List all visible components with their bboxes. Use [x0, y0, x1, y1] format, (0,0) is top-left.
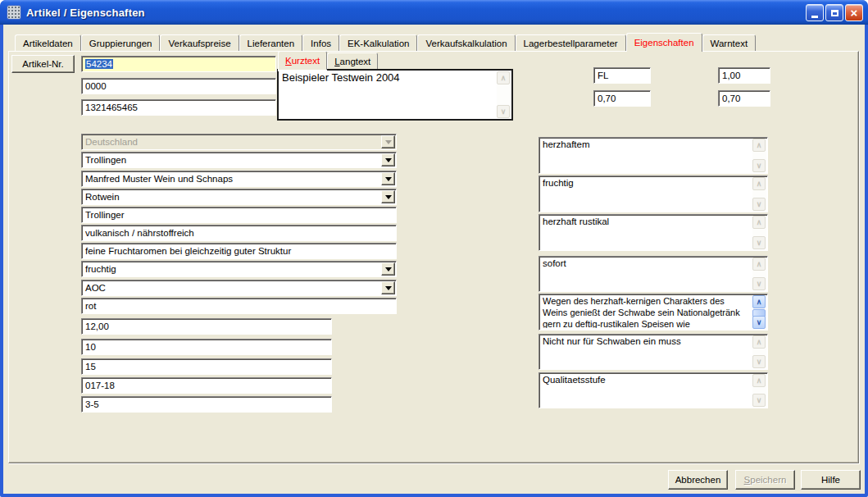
charakter-textarea[interactable]: Wegen des herzhaft-kernigen Charakters d…	[539, 294, 768, 331]
scroll-down-icon[interactable]: ∨	[752, 355, 766, 368]
artikel-nr-value: 54234	[85, 59, 113, 69]
stueck-je-me-input[interactable]: 1,00	[718, 67, 770, 84]
herkunftsland-select[interactable]: Deutschland	[81, 134, 397, 150]
fremdsystem-input[interactable]: 0000	[81, 78, 276, 94]
speichern-rest: peichern	[750, 475, 786, 485]
abbrechen-button[interactable]: Abbrechen	[668, 470, 728, 490]
scroll-down-icon[interactable]: ∨	[752, 277, 766, 290]
scroll-up-icon[interactable]: ∧	[752, 295, 766, 308]
trinkreife-value: sofort	[543, 258, 751, 290]
liter-je-stueck-input[interactable]: 0,70	[718, 90, 770, 107]
duft-textarea[interactable]: fruchtig ∧∨	[539, 176, 768, 212]
langtext-rest: angtext	[340, 57, 371, 66]
me-input[interactable]: FL	[593, 67, 651, 84]
scroll-down-icon[interactable]: ∨	[497, 105, 510, 118]
qualitaetsstufe-value: AOC	[82, 280, 380, 295]
tab-lieferanten[interactable]: Lieferanten	[239, 34, 303, 51]
tab-eigenschaften[interactable]: Eigenschaften	[626, 33, 702, 52]
tab-gruppierungen[interactable]: Gruppierungen	[81, 34, 161, 51]
restzucker-input[interactable]: 15	[81, 358, 332, 375]
gewicht-input[interactable]: 0,70	[593, 90, 651, 107]
minimize-icon	[811, 16, 818, 18]
artikel-nr-button[interactable]: Artikel-Nr.	[11, 55, 75, 73]
tab-verkaufskalkulation[interactable]: Verkaufskalkulation	[417, 34, 515, 51]
dialog-window: Artikel / Eigenschaften × Artikeldaten G…	[0, 0, 868, 497]
barcode-input[interactable]: 1321465465	[81, 99, 276, 116]
charakter-scrollbar[interactable]: ∧ ∨	[752, 295, 766, 329]
hauptrebsorte-input[interactable]: Trollinger	[81, 207, 397, 223]
maximize-icon	[831, 10, 838, 16]
scroll-up-icon[interactable]: ∧	[752, 335, 766, 349]
trinktemperatur-input[interactable]: 017-18	[81, 377, 332, 394]
tab-artikeldaten[interactable]: Artikeldaten	[15, 34, 81, 51]
scrollbar[interactable]: ∧∨	[752, 258, 766, 290]
artikel-nr-input[interactable]: 54234	[81, 56, 276, 72]
farben-nuance-input[interactable]: rot	[81, 298, 397, 314]
geschmacksbeschreibung-textarea[interactable]: herzhaft rustikal ∧∨	[539, 214, 768, 251]
kurztext-value: Beispieler Testwein 2004	[282, 72, 495, 117]
vinifizierung-input[interactable]: feine Fruchtaromen bei gleichzeitig gute…	[81, 243, 397, 259]
tab-warntext[interactable]: Warntext	[702, 34, 757, 51]
empfehlung-zu-textarea[interactable]: herzhaftem ∧∨	[539, 137, 768, 174]
anbaugebiet-value: Trollingen	[82, 153, 380, 167]
scroll-up-icon[interactable]: ∧	[752, 177, 766, 190]
weinart-value: Rotwein	[82, 189, 380, 204]
scrollbar[interactable]: ∧∨	[752, 139, 766, 172]
scroll-up-icon[interactable]: ∧	[497, 71, 510, 84]
trinkreife-textarea[interactable]: sofort ∧∨	[539, 256, 768, 292]
fazit-value: Nicht nur für Schwaben ein muss	[543, 336, 751, 367]
kurztext-scrollbar[interactable]: ∧ ∨	[497, 71, 511, 118]
saeure-input[interactable]: 10	[81, 339, 332, 355]
tab-infos[interactable]: Infos	[302, 34, 339, 51]
chevron-down-icon[interactable]	[381, 153, 395, 166]
text-tabstrip: Kurztext Langtext	[278, 51, 378, 70]
qualitaetsstufe-select[interactable]: AOC	[81, 280, 397, 296]
tab-verkaufspreise[interactable]: Verkaufspreise	[160, 34, 239, 51]
tab-langtext[interactable]: Langtext	[327, 52, 378, 69]
window-title: Artikel / Eigenschaften	[26, 7, 145, 19]
zertifikate-textarea[interactable]: Qualitaetsstufe ∧∨	[539, 372, 768, 408]
empfehlung-zu-value: herzhaftem	[543, 139, 751, 171]
scroll-up-icon[interactable]: ∧	[752, 374, 766, 387]
kurztext-textarea[interactable]: Beispieler Testwein 2004 ∧ ∨	[277, 69, 513, 121]
chevron-down-icon[interactable]	[381, 172, 395, 185]
chevron-down-icon[interactable]	[381, 262, 395, 276]
weingut-select[interactable]: Manfred Muster Wein und Schnaps	[81, 171, 397, 187]
zertifikate-value: Qualitaetsstufe	[543, 375, 751, 406]
speichern-button[interactable]: Speichern	[735, 470, 795, 490]
scroll-up-icon[interactable]: ∧	[752, 258, 766, 271]
tab-kurztext[interactable]: Kurztext	[278, 51, 327, 70]
anbaugebiet-select[interactable]: Trollingen	[81, 152, 397, 168]
chevron-down-icon[interactable]	[381, 190, 395, 203]
scrollbar[interactable]: ∧∨	[752, 177, 766, 211]
tab-lagerbestellparameter[interactable]: Lagerbestellparameter	[516, 34, 626, 51]
kurztext-rest: urztext	[292, 56, 320, 66]
tab-ek-kalkulation[interactable]: EK-Kalkulation	[339, 34, 417, 51]
close-icon: ×	[851, 7, 858, 19]
weinart-select[interactable]: Rotwein	[81, 189, 397, 205]
lagerfaehigkeit-input[interactable]: 3-5	[81, 396, 332, 413]
titlebar[interactable]: Artikel / Eigenschaften ×	[0, 0, 868, 25]
minimize-button[interactable]	[806, 4, 824, 21]
fazit-textarea[interactable]: Nicht nur für Schwaben ein muss ∧∨	[539, 334, 768, 370]
geschmack-select[interactable]: fruchtig	[81, 261, 397, 277]
herkunftsland-value: Deutschland	[82, 135, 380, 149]
scroll-down-icon[interactable]: ∨	[752, 316, 766, 329]
scroll-down-icon[interactable]: ∨	[752, 236, 766, 249]
kurztext-accel: K	[285, 56, 292, 66]
scrollbar[interactable]: ∧∨	[752, 216, 766, 249]
scroll-up-icon[interactable]: ∧	[752, 216, 766, 229]
close-button[interactable]: ×	[845, 4, 863, 21]
scrollbar[interactable]: ∧∨	[752, 374, 766, 407]
scroll-up-icon[interactable]: ∧	[752, 139, 766, 152]
scroll-down-icon[interactable]: ∨	[752, 394, 766, 407]
chevron-down-icon[interactable]	[381, 281, 395, 294]
app-icon	[7, 6, 20, 19]
scroll-down-icon[interactable]: ∨	[752, 159, 766, 172]
maximize-button[interactable]	[825, 4, 843, 21]
alkoholgehalt-input[interactable]: 12,00	[81, 318, 332, 335]
scrollbar[interactable]: ∧∨	[752, 335, 766, 368]
bodenart-input[interactable]: vulkanisch / nährstoffreich	[81, 225, 397, 241]
hilfe-button[interactable]: Hilfe	[801, 470, 861, 490]
scroll-down-icon[interactable]: ∨	[752, 198, 766, 211]
